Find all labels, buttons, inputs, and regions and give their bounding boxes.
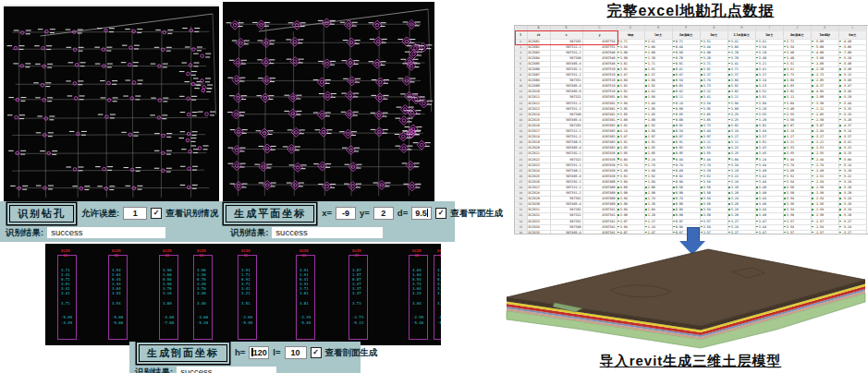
depth-value: -5.46 [412, 321, 423, 325]
depth-value: 3.41 [61, 292, 70, 295]
gen-plane-coords-button[interactable]: 生成平面坐标 [226, 205, 314, 223]
borehole-column: DCZK 013.712.410.713.513.413.413.71-5.09… [57, 251, 77, 339]
y-label: y= [360, 209, 370, 218]
depth-value: -2.69 [241, 316, 252, 319]
depth-value: 3.23 [437, 292, 441, 295]
excel-cell: 4307381 [582, 230, 617, 235]
column-header: 2粉质黏土 [672, 30, 700, 39]
plan-toolbar: 识别钻孔 允许误差: 1 ✓ 查看识别情况 生成平面坐标 x= -9 y= 2 … [0, 201, 455, 242]
excel-cell: 4.07 [617, 230, 644, 235]
depth-value: -4.37 [437, 316, 441, 319]
excel-data-table[interactable]: ABCDEFGHIJKL1zkxy地面1粉土2粉质黏土3粉土3-1粉质黏土3粉土… [514, 25, 868, 235]
column-header: zk [527, 30, 550, 39]
column-header: 5粉细砂 [811, 30, 838, 39]
excel-cell: 36 [515, 230, 527, 235]
column-header: 3粉土 [700, 30, 727, 39]
borehole-column: DCZK 053.911.710.913.713.413.213.51-2.69… [238, 251, 257, 339]
borehole-column: DCZK 043.901.300.703.203.703.403.40-3.60… [193, 251, 213, 339]
excel-cell: 1.47 [644, 230, 672, 235]
depth-value: -5.06 [112, 321, 123, 325]
x-input[interactable]: -9 [336, 207, 356, 220]
excel-cell: 3.47 [755, 230, 783, 235]
d-label: d= [397, 209, 408, 218]
depth-value: -5.00 [112, 316, 123, 319]
gen-section-coords-button[interactable]: 生成剖面坐标 [139, 344, 227, 362]
view-plane-label: 查看平面生成 [450, 209, 503, 218]
y-input[interactable]: 2 [373, 207, 394, 220]
column-header: 6粉土 [838, 30, 866, 39]
depth-value: 3.51 [241, 302, 251, 306]
excel-cell: 3.27 [727, 230, 755, 235]
result-label-right: 识别结果: [230, 228, 268, 237]
depth-value: -5.20 [197, 321, 208, 325]
depth-value: -5.49 [241, 321, 252, 325]
model-caption: 导入revit生成三维土层模型 [514, 352, 867, 370]
borehole-column: DCZK 033.901.600.503.903.703.103.80-4.00… [159, 251, 178, 339]
view-plane-checkbox[interactable]: ✓ [435, 208, 446, 219]
depth-value: -5.87 [437, 321, 441, 325]
borehole-column: DCZK 073.871.570.873.273.373.373.73-2.73… [348, 251, 368, 339]
depth-value: 3.10 [163, 292, 172, 295]
borehole-column: DCZK 093.921.920.033.733.923.233.93-4.37… [434, 251, 441, 339]
depth-value: -2.39 [300, 316, 311, 319]
column-header: 4粉质黏土 [783, 30, 811, 39]
cad-plan-detected-panel [223, 2, 434, 201]
l-input[interactable]: 10 [285, 346, 307, 359]
depth-value: 3.93 [437, 302, 441, 306]
row-number: 1 [515, 30, 527, 39]
recognize-holes-button[interactable]: 识别钻孔 [9, 205, 74, 223]
borehole-column: DCZK 063.911.910.413.913.713.813.81-2.39… [296, 251, 315, 339]
d-input[interactable]: 9.5 [411, 207, 432, 220]
depth-value: 3.54 [112, 302, 121, 306]
depth-value: -2.95 [412, 316, 423, 319]
column-header: 3-1粉质黏土 [727, 30, 755, 39]
view-recognition-checkbox[interactable]: ✓ [151, 208, 162, 219]
depth-value: 3.40 [197, 292, 206, 295]
x-label: x= [322, 209, 332, 218]
depth-value: 3.80 [163, 302, 172, 306]
section-result-field[interactable]: success [177, 367, 276, 373]
geology-tool-screenshot: 识别钻孔 允许误差: 1 ✓ 查看识别情况 生成平面坐标 x= -9 y= 2 … [0, 0, 868, 373]
result-field-right[interactable]: success [272, 227, 383, 238]
depth-value: 3.73 [352, 302, 361, 306]
excel-cell: -5.27 [838, 230, 866, 235]
depth-value: 3.54 [112, 292, 121, 295]
text-caret [427, 209, 429, 217]
cad-plan-original-panel [4, 5, 219, 203]
section-toolbar-result-row: 识别结果: success [129, 362, 361, 373]
depth-value: -5.13 [352, 321, 363, 325]
tolerance-input[interactable]: 1 [123, 207, 147, 220]
depth-value: -2.73 [352, 316, 363, 319]
l-label: l= [273, 348, 280, 357]
depth-value: 3.81 [300, 302, 309, 306]
depth-value: 3.71 [61, 302, 70, 306]
plan-toolbar-result-row: 识别结果: success 识别结果: success [0, 223, 455, 240]
depth-value: -4.49 [61, 321, 72, 325]
depth-value: -5.49 [300, 321, 311, 325]
result-label-left: 识别结果: [6, 228, 43, 237]
view-section-checkbox[interactable]: ✓ [311, 347, 322, 358]
depth-value: -7.00 [163, 321, 174, 325]
section-toolbar-row: 生成剖面坐标 h= 120 l= 10 ✓ 查看剖面生成 [129, 342, 361, 362]
view-recognition-label: 查看识别情况 [165, 209, 218, 218]
depth-value: 3.24 [412, 292, 422, 295]
column-header: x [550, 30, 582, 39]
h-input[interactable]: 120 [249, 346, 269, 359]
borehole-column: DCZK 084.041.040.543.743.043.243.04-2.95… [409, 251, 428, 339]
depth-value: -4.00 [163, 316, 174, 319]
excel-table-title: 完整excel地勘孔点数据 [514, 2, 867, 20]
depth-value: 3.81 [300, 292, 309, 295]
depth-value: 3.21 [241, 292, 251, 295]
cad-background [4, 6, 219, 203]
column-header: y [582, 30, 617, 39]
column-header: 地面 [617, 30, 644, 39]
excel-cell: -2.57 [811, 230, 838, 235]
depth-value: -3.60 [197, 316, 208, 319]
borehole-section-panel: DCZK 013.712.410.713.513.413.413.71-5.09… [45, 244, 441, 345]
column-header: 1粉土 [644, 30, 672, 39]
cad-background [223, 2, 434, 201]
result-label: 识别结果: [135, 367, 173, 373]
tolerance-label: 允许误差: [81, 209, 119, 218]
result-field-left[interactable]: success [47, 227, 165, 238]
column-header: 3粉土 [755, 30, 783, 39]
